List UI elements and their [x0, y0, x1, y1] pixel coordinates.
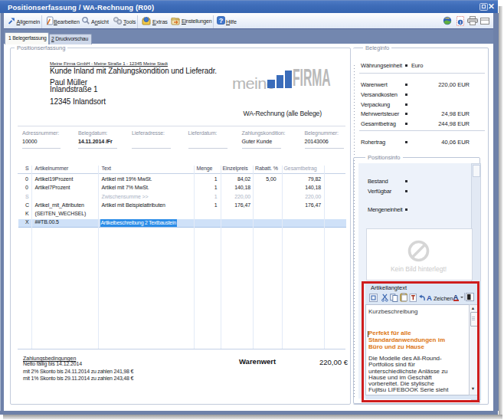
svg-text:?: ?: [219, 17, 224, 25]
